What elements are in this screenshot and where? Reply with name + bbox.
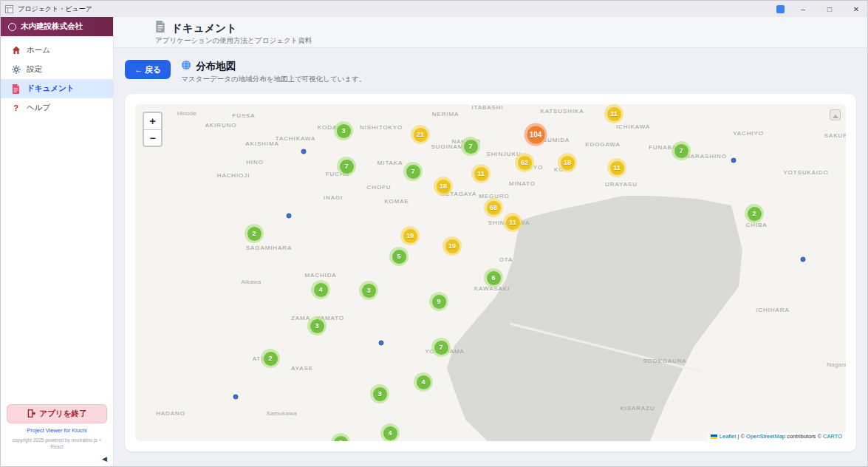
- cluster-count: 19: [445, 239, 459, 253]
- exit-icon: [27, 409, 35, 419]
- map-place-label: NERIMA: [432, 111, 459, 117]
- map-canvas[interactable]: ITABASHINERIMAKATSUSHIKAHinodeFUSSAAKIRU…: [135, 104, 846, 441]
- map-place-label: SAKURA: [824, 132, 846, 139]
- map-place-label: MACHIDA: [304, 272, 336, 279]
- page-title: ドキュメント: [171, 21, 237, 35]
- cluster-marker[interactable]: 11: [607, 158, 626, 177]
- cluster-count: 3: [337, 124, 351, 138]
- cluster-marker[interactable]: 3: [359, 281, 378, 300]
- map-place-label: KOMAE: [384, 198, 409, 205]
- sidebar-item-home[interactable]: ホーム: [1, 41, 113, 60]
- titlebar-accent-icon: [776, 5, 785, 13]
- cluster-marker[interactable]: 3: [334, 121, 353, 140]
- cluster-marker[interactable]: 3: [370, 384, 389, 403]
- point-marker[interactable]: [233, 395, 239, 400]
- cluster-marker[interactable]: 104: [524, 123, 547, 146]
- leaflet-link[interactable]: Leaflet: [720, 433, 737, 440]
- map-place-label: EDOGAWA: [585, 141, 621, 148]
- cluster-marker[interactable]: 11: [604, 104, 623, 123]
- cluster-marker[interactable]: 18: [434, 177, 453, 196]
- zoom-in-button[interactable]: +: [144, 113, 161, 129]
- toolbar: ← 戻る 分布地図 マスターデータの地域分布を地図上で可視化しています。: [125, 60, 856, 84]
- map-place-label: YACHIYO: [733, 130, 764, 137]
- point-marker[interactable]: [731, 158, 737, 163]
- point-marker[interactable]: [287, 214, 292, 219]
- cluster-marker[interactable]: 4: [414, 372, 433, 392]
- zoom-control: + −: [143, 112, 163, 147]
- map-place-label: KISARAZU: [620, 405, 655, 412]
- cluster-count: 11: [474, 167, 488, 181]
- cluster-marker[interactable]: 3: [307, 316, 327, 335]
- cluster-marker[interactable]: 2: [245, 224, 264, 243]
- back-button[interactable]: ← 戻る: [125, 60, 171, 79]
- cluster-marker[interactable]: 4: [311, 280, 330, 299]
- cluster-marker[interactable]: 2: [261, 349, 280, 368]
- sidebar-footer: アプリを終了 Project Viewer for Kiuchi copyrig…: [1, 398, 113, 451]
- cluster-count: 9: [432, 295, 446, 309]
- map-place-label: URAYASU: [605, 181, 638, 188]
- cluster-marker[interactable]: 9: [429, 292, 448, 311]
- cluster-marker[interactable]: 5: [389, 247, 409, 266]
- page-subtitle: アプリケーションの使用方法とプロジェクト資料: [155, 36, 855, 46]
- sidebar-item-settings[interactable]: 設定: [1, 60, 113, 79]
- map-place-label: ICHIHARA: [756, 307, 789, 313]
- map-place-label: SHINJUKU: [486, 151, 521, 157]
- company-logo-icon: [8, 23, 16, 31]
- point-marker[interactable]: [379, 341, 384, 346]
- cluster-marker[interactable]: 4: [380, 423, 400, 441]
- titlebar: プロジェクト・ビューア – □ ✕: [1, 1, 867, 17]
- cluster-marker[interactable]: 11: [503, 213, 522, 232]
- close-button[interactable]: ✕: [845, 1, 867, 17]
- map-place-label: FUSSA: [232, 112, 255, 119]
- map-place-label: ITABASHI: [471, 104, 503, 111]
- sidebar-collapse-button[interactable]: ◀: [102, 455, 107, 463]
- window-title: プロジェクト・ビューア: [18, 4, 92, 14]
- sidebar-item-help[interactable]: ?ヘルプ: [1, 98, 113, 117]
- cluster-marker[interactable]: 7: [403, 162, 423, 181]
- zoom-out-button[interactable]: −: [144, 129, 161, 146]
- cluster-marker[interactable]: 2: [745, 204, 764, 223]
- cluster-marker[interactable]: 18: [558, 153, 577, 172]
- cluster-marker[interactable]: 11: [471, 164, 491, 183]
- map-place-label: Aikawa: [242, 279, 262, 285]
- map-place-label: HINO: [246, 159, 264, 166]
- map-place-label: CHOFU: [367, 184, 392, 191]
- cluster-marker[interactable]: 7: [671, 141, 691, 160]
- cluster-marker[interactable]: 6: [484, 268, 503, 287]
- cluster-count: 2: [247, 227, 262, 241]
- map-layers-icon[interactable]: [830, 109, 841, 120]
- map-place-label: MITAKA: [377, 160, 403, 166]
- map-place-label: MINATO: [509, 180, 536, 187]
- globe-icon: [181, 60, 191, 73]
- carto-link[interactable]: CARTO: [823, 433, 842, 440]
- cluster-marker[interactable]: 68: [484, 198, 503, 217]
- gear-icon: [11, 65, 21, 74]
- footer-link[interactable]: Project Viewer for Kiuchi: [27, 427, 87, 434]
- map-place-label: SUMIDA: [543, 137, 570, 143]
- cluster-marker[interactable]: 19: [442, 236, 462, 256]
- section-title: 分布地図: [196, 60, 236, 73]
- maximize-button[interactable]: □: [819, 1, 841, 17]
- cluster-marker[interactable]: 19: [400, 226, 420, 245]
- sidebar-item-documents[interactable]: ドキュメント: [1, 79, 113, 98]
- content: ← 戻る 分布地図 マスターデータの地域分布を地図上で可視化しています。: [114, 48, 867, 466]
- map-place-label: INAGI: [324, 194, 343, 201]
- cluster-count: 68: [487, 201, 501, 215]
- cluster-marker[interactable]: 62: [515, 153, 534, 172]
- minimize-button[interactable]: –: [792, 1, 814, 17]
- sidebar-item-label: ヘルプ: [27, 103, 50, 113]
- point-marker[interactable]: [801, 257, 806, 262]
- cluster-count: 7: [434, 341, 448, 355]
- cluster-marker[interactable]: 7: [337, 157, 356, 176]
- map-card: ITABASHINERIMAKATSUSHIKAHinodeFUSSAAKIRU…: [125, 94, 856, 451]
- cluster-marker[interactable]: 7: [461, 137, 480, 156]
- attribution-osm-suffix: contributors ©: [785, 433, 823, 440]
- cluster-marker[interactable]: 21: [411, 125, 430, 144]
- osm-link[interactable]: OpenStreetMap: [746, 433, 785, 440]
- cluster-marker[interactable]: 7: [431, 338, 451, 357]
- sidebar-item-label: ホーム: [27, 45, 50, 55]
- cluster-count: 11: [506, 216, 520, 230]
- point-marker[interactable]: [301, 149, 307, 154]
- sidebar-item-label: 設定: [27, 64, 42, 75]
- exit-app-button[interactable]: アプリを終了: [7, 404, 107, 423]
